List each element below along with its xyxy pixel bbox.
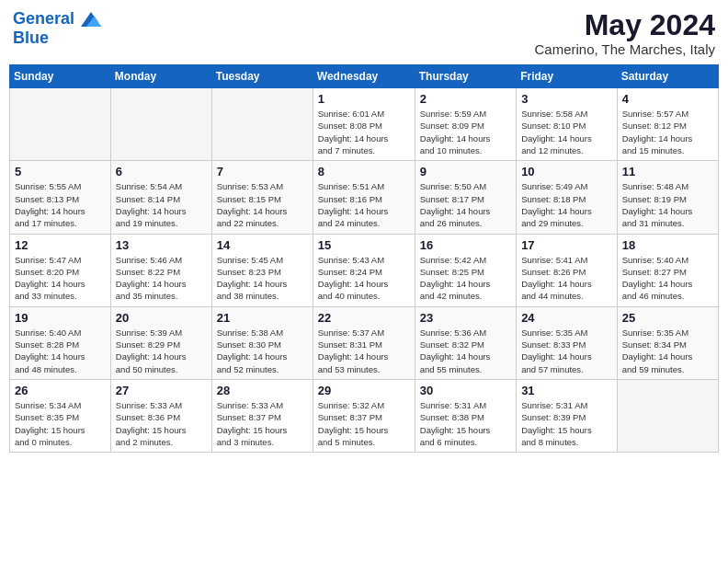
calendar-day-cell: 3Sunrise: 5:58 AMSunset: 8:10 PMDaylight… [517, 88, 618, 161]
calendar-day-cell: 1Sunrise: 6:01 AMSunset: 8:08 PMDaylight… [313, 88, 415, 161]
day-number: 31 [521, 384, 612, 397]
month-year-title: May 2024 [535, 9, 715, 41]
day-info: Sunrise: 5:41 AMSunset: 8:26 PMDaylight:… [521, 254, 612, 303]
day-number: 26 [15, 384, 106, 397]
calendar-week-row: 5Sunrise: 5:55 AMSunset: 8:13 PMDaylight… [10, 161, 719, 234]
calendar-day-cell: 12Sunrise: 5:47 AMSunset: 8:20 PMDayligh… [10, 234, 111, 306]
calendar-week-row: 19Sunrise: 5:40 AMSunset: 8:28 PMDayligh… [10, 306, 719, 379]
calendar-table: SundayMondayTuesdayWednesdayThursdayFrid… [9, 64, 719, 453]
day-info: Sunrise: 5:31 AMSunset: 8:38 PMDaylight:… [420, 399, 511, 448]
day-number: 20 [116, 311, 207, 325]
day-number: 14 [217, 238, 308, 252]
calendar-week-row: 1Sunrise: 6:01 AMSunset: 8:08 PMDaylight… [10, 88, 719, 161]
calendar-day-cell: 27Sunrise: 5:33 AMSunset: 8:36 PMDayligh… [110, 379, 211, 452]
day-info: Sunrise: 5:47 AMSunset: 8:20 PMDaylight:… [15, 254, 106, 303]
calendar-day-cell: 21Sunrise: 5:38 AMSunset: 8:30 PMDayligh… [211, 306, 313, 379]
day-number: 3 [521, 92, 612, 106]
calendar-day-cell: 30Sunrise: 5:31 AMSunset: 8:38 PMDayligh… [415, 379, 516, 452]
calendar-day-cell: 20Sunrise: 5:39 AMSunset: 8:29 PMDayligh… [110, 306, 211, 379]
day-info: Sunrise: 5:34 AMSunset: 8:35 PMDaylight:… [15, 399, 106, 448]
location-subtitle: Camerino, The Marches, Italy [535, 41, 715, 57]
day-info: Sunrise: 5:46 AMSunset: 8:22 PMDaylight:… [116, 254, 207, 303]
calendar-day-cell: 10Sunrise: 5:49 AMSunset: 8:18 PMDayligh… [517, 161, 618, 234]
calendar-day-cell: 8Sunrise: 5:51 AMSunset: 8:16 PMDaylight… [313, 161, 415, 234]
day-info: Sunrise: 5:31 AMSunset: 8:39 PMDaylight:… [521, 399, 612, 448]
calendar-day-cell: 14Sunrise: 5:45 AMSunset: 8:23 PMDayligh… [211, 234, 313, 306]
day-number: 19 [15, 311, 106, 325]
day-number: 25 [622, 311, 713, 325]
day-number: 9 [420, 165, 511, 178]
day-number: 16 [420, 238, 511, 252]
calendar-day-cell: 26Sunrise: 5:34 AMSunset: 8:35 PMDayligh… [10, 379, 111, 452]
calendar-day-cell [617, 379, 718, 452]
calendar-day-cell: 9Sunrise: 5:50 AMSunset: 8:17 PMDaylight… [415, 161, 516, 234]
day-info: Sunrise: 5:42 AMSunset: 8:25 PMDaylight:… [420, 254, 511, 303]
calendar-day-cell: 16Sunrise: 5:42 AMSunset: 8:25 PMDayligh… [415, 234, 516, 306]
weekday-header-saturday: Saturday [617, 65, 718, 88]
calendar-week-row: 26Sunrise: 5:34 AMSunset: 8:35 PMDayligh… [10, 379, 719, 452]
day-info: Sunrise: 5:33 AMSunset: 8:37 PMDaylight:… [217, 399, 308, 448]
logo: General Blue [13, 9, 101, 48]
day-info: Sunrise: 5:58 AMSunset: 8:10 PMDaylight:… [521, 108, 612, 156]
day-info: Sunrise: 5:36 AMSunset: 8:32 PMDaylight:… [420, 327, 511, 375]
day-info: Sunrise: 5:53 AMSunset: 8:15 PMDaylight:… [217, 180, 308, 229]
calendar-day-cell: 25Sunrise: 5:35 AMSunset: 8:34 PMDayligh… [617, 306, 718, 379]
day-number: 28 [217, 384, 308, 397]
day-number: 15 [318, 238, 410, 252]
calendar-day-cell: 19Sunrise: 5:40 AMSunset: 8:28 PMDayligh… [10, 306, 111, 379]
calendar-day-cell [10, 88, 111, 161]
weekday-header-row: SundayMondayTuesdayWednesdayThursdayFrid… [10, 65, 719, 88]
day-info: Sunrise: 5:38 AMSunset: 8:30 PMDaylight:… [217, 327, 308, 375]
day-number: 12 [15, 238, 106, 252]
day-number: 7 [217, 165, 308, 178]
calendar-day-cell: 11Sunrise: 5:48 AMSunset: 8:19 PMDayligh… [617, 161, 718, 234]
logo-text: General [13, 9, 101, 29]
day-number: 23 [420, 311, 511, 325]
logo-text-blue: Blue [13, 29, 101, 48]
day-number: 30 [420, 384, 511, 397]
day-number: 6 [116, 165, 207, 178]
calendar-day-cell: 17Sunrise: 5:41 AMSunset: 8:26 PMDayligh… [517, 234, 618, 306]
day-number: 24 [521, 311, 612, 325]
day-info: Sunrise: 5:48 AMSunset: 8:19 PMDaylight:… [622, 180, 713, 229]
day-info: Sunrise: 5:39 AMSunset: 8:29 PMDaylight:… [116, 327, 207, 375]
weekday-header-thursday: Thursday [415, 65, 516, 88]
day-number: 5 [15, 165, 106, 178]
weekday-header-monday: Monday [110, 65, 211, 88]
page-header: General Blue May 2024 Camerino, The Marc… [9, 9, 719, 57]
calendar-day-cell: 4Sunrise: 5:57 AMSunset: 8:12 PMDaylight… [617, 88, 718, 161]
calendar-week-row: 12Sunrise: 5:47 AMSunset: 8:20 PMDayligh… [10, 234, 719, 306]
day-number: 11 [622, 165, 713, 178]
day-info: Sunrise: 5:50 AMSunset: 8:17 PMDaylight:… [420, 180, 511, 229]
calendar-day-cell: 2Sunrise: 5:59 AMSunset: 8:09 PMDaylight… [415, 88, 516, 161]
day-number: 18 [622, 238, 713, 252]
day-number: 21 [217, 311, 308, 325]
calendar-day-cell: 15Sunrise: 5:43 AMSunset: 8:24 PMDayligh… [313, 234, 415, 306]
day-info: Sunrise: 5:35 AMSunset: 8:34 PMDaylight:… [622, 327, 713, 375]
calendar-day-cell: 5Sunrise: 5:55 AMSunset: 8:13 PMDaylight… [10, 161, 111, 234]
calendar-day-cell: 24Sunrise: 5:35 AMSunset: 8:33 PMDayligh… [517, 306, 618, 379]
day-info: Sunrise: 5:51 AMSunset: 8:16 PMDaylight:… [318, 180, 410, 229]
calendar-day-cell: 22Sunrise: 5:37 AMSunset: 8:31 PMDayligh… [313, 306, 415, 379]
day-number: 4 [622, 92, 713, 106]
day-info: Sunrise: 5:45 AMSunset: 8:23 PMDaylight:… [217, 254, 308, 303]
day-info: Sunrise: 5:57 AMSunset: 8:12 PMDaylight:… [622, 108, 713, 156]
day-info: Sunrise: 5:33 AMSunset: 8:36 PMDaylight:… [116, 399, 207, 448]
day-number: 27 [116, 384, 207, 397]
day-number: 2 [420, 92, 511, 106]
calendar-day-cell: 23Sunrise: 5:36 AMSunset: 8:32 PMDayligh… [415, 306, 516, 379]
weekday-header-friday: Friday [517, 65, 618, 88]
day-info: Sunrise: 5:40 AMSunset: 8:28 PMDaylight:… [15, 327, 106, 375]
calendar-day-cell: 13Sunrise: 5:46 AMSunset: 8:22 PMDayligh… [110, 234, 211, 306]
day-info: Sunrise: 5:35 AMSunset: 8:33 PMDaylight:… [521, 327, 612, 375]
day-info: Sunrise: 6:01 AMSunset: 8:08 PMDaylight:… [318, 108, 410, 156]
weekday-header-sunday: Sunday [10, 65, 111, 88]
calendar-day-cell [110, 88, 211, 161]
calendar-day-cell: 28Sunrise: 5:33 AMSunset: 8:37 PMDayligh… [211, 379, 313, 452]
day-info: Sunrise: 5:37 AMSunset: 8:31 PMDaylight:… [318, 327, 410, 375]
day-number: 22 [318, 311, 410, 325]
day-number: 8 [318, 165, 410, 178]
day-number: 29 [318, 384, 410, 397]
day-info: Sunrise: 5:49 AMSunset: 8:18 PMDaylight:… [521, 180, 612, 229]
day-info: Sunrise: 5:43 AMSunset: 8:24 PMDaylight:… [318, 254, 410, 303]
